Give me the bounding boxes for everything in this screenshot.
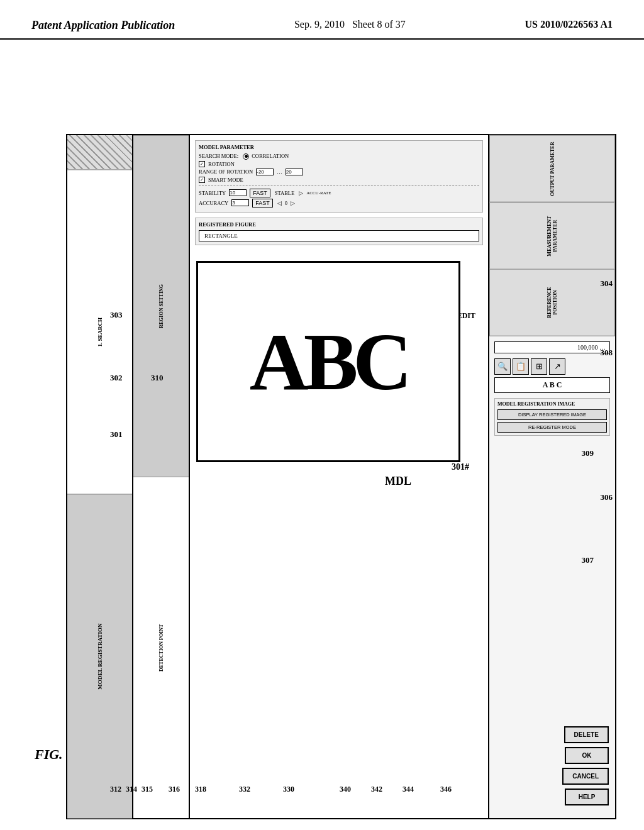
right-panel: OUTPUT PARAMETER MEASUREMENT PARAMETER R… bbox=[489, 135, 615, 818]
ref-302: 302 bbox=[110, 373, 123, 383]
publication-title: Patent Application Publication bbox=[31, 19, 175, 32]
page-header: Patent Application Publication Sep. 9, 2… bbox=[0, 0, 644, 40]
range-max-input[interactable] bbox=[286, 169, 303, 175]
ref-310: 310 bbox=[151, 373, 164, 383]
icon-buttons-row: 🔍 📋 ⊞ ↗ bbox=[494, 358, 610, 375]
ref-316: 316 bbox=[169, 785, 180, 794]
top-panel-tabs: OUTPUT PARAMETER MEASUREMENT PARAMETER R… bbox=[489, 135, 615, 336]
ref-346: 346 bbox=[440, 785, 452, 794]
output-param-tab[interactable]: OUTPUT PARAMETER bbox=[489, 135, 615, 202]
smart-mode-checkbox[interactable]: ✓ bbox=[199, 177, 205, 183]
range-row: RANGE OF ROTATION … bbox=[199, 169, 479, 175]
zoom-icon-btn[interactable]: 🔍 bbox=[494, 358, 511, 375]
registered-figure-section: REGISTERED FIGURE RECTANGLE bbox=[195, 218, 483, 245]
ref-312: 312 bbox=[110, 785, 121, 794]
stability-row: STABILITY FAST STABLE ▷ ACCU-RATE bbox=[199, 189, 479, 197]
main-dialog: 1. SEARCH MODEL REGISTRATION REGION SETT… bbox=[66, 134, 616, 819]
ref-304: 304 bbox=[601, 279, 613, 289]
stability-input[interactable] bbox=[229, 189, 247, 196]
accuracy-fast-btn[interactable]: FAST bbox=[252, 199, 273, 208]
working-panel: MODEL PARAMETER SEARCH MODE: CORRELATION… bbox=[190, 135, 489, 818]
accuracy-row: ACCURACY FAST ◁ 0 ▷ bbox=[199, 199, 479, 208]
registered-figure-label: REGISTERED FIGURE bbox=[199, 221, 479, 228]
ok-button[interactable]: OK bbox=[565, 747, 609, 764]
search-mode-value: CORRELATION bbox=[243, 153, 289, 160]
ref-315: 315 bbox=[142, 785, 153, 794]
ref-330: 330 bbox=[283, 785, 294, 794]
ref-309: 309 bbox=[582, 448, 594, 458]
sidebar-tab-search[interactable]: 1. SEARCH bbox=[67, 170, 132, 494]
ref-306: 306 bbox=[601, 492, 613, 502]
action-buttons: DELETE OK CANCEL HELP bbox=[562, 726, 609, 805]
help-button[interactable]: HELP bbox=[565, 788, 609, 805]
inner-tab-detection-point[interactable]: DETECTION POINT bbox=[133, 477, 189, 818]
rotation-row: ✓ ROTATION bbox=[199, 161, 479, 167]
display-registered-image-btn[interactable]: DISPLAY REGISTERED IMAGE bbox=[497, 409, 607, 420]
ref-307: 307 bbox=[582, 555, 594, 565]
reference-pos-tab[interactable]: REFERENCE POSITION bbox=[489, 269, 615, 336]
search-mode-row: SEARCH MODE: CORRELATION bbox=[199, 153, 479, 160]
publication-date: Sep. 9, 2010 Sheet 8 of 37 bbox=[294, 19, 406, 30]
model-reg-image-label: MODEL REGISTRATION IMAGE bbox=[497, 401, 607, 407]
ref-301: 301 bbox=[110, 429, 123, 440]
registered-figure-shape: RECTANGLE bbox=[199, 230, 479, 241]
ref-308: 308 bbox=[601, 348, 613, 358]
radio-correlation[interactable] bbox=[243, 153, 249, 160]
ref-318: 318 bbox=[195, 785, 206, 794]
numeric-value-display: 100,000 … bbox=[494, 341, 610, 353]
arrow-icon-btn[interactable]: ↗ bbox=[549, 358, 565, 375]
model-parameter-section: MODEL PARAMETER SEARCH MODE: CORRELATION… bbox=[195, 140, 483, 213]
sidebar-tab-model-reg[interactable]: MODEL REGISTRATION bbox=[67, 494, 132, 819]
abc-small-preview: A B C bbox=[494, 377, 610, 393]
re-register-mode-btn[interactable]: RE-REGISTER MODE bbox=[497, 422, 607, 433]
mdl-label: MDL bbox=[385, 475, 411, 488]
model-param-label: MODEL PARAMETER bbox=[199, 144, 479, 150]
abc-large-text: ABC bbox=[250, 314, 407, 409]
rotation-checkbox[interactable]: ✓ bbox=[199, 161, 205, 167]
ref-301hash: 301# bbox=[452, 462, 469, 472]
range-min-input[interactable] bbox=[256, 169, 274, 175]
inner-tabs: REGION SETTING DETECTION POINT bbox=[133, 135, 190, 818]
ref-332: 332 bbox=[239, 785, 250, 794]
inner-area: REGION SETTING DETECTION POINT MODEL PAR… bbox=[133, 135, 615, 818]
separator-1 bbox=[199, 185, 479, 186]
inner-tab-region-setting[interactable]: REGION SETTING bbox=[133, 135, 189, 477]
publication-number: US 2010/0226563 A1 bbox=[525, 19, 613, 30]
search-mode-label: SEARCH MODE: bbox=[199, 153, 238, 159]
smart-mode-row: ✓ SMART MODE bbox=[199, 177, 479, 183]
delete-button[interactable]: DELETE bbox=[564, 726, 609, 743]
left-sidebar: 1. SEARCH MODEL REGISTRATION bbox=[67, 135, 133, 818]
hatched-area bbox=[67, 135, 132, 170]
ref-340: 340 bbox=[340, 785, 351, 794]
accu-icon: ▷ bbox=[299, 190, 303, 196]
accuracy-input[interactable] bbox=[231, 199, 249, 206]
stability-fast-btn[interactable]: FAST bbox=[250, 189, 270, 197]
cancel-button[interactable]: CANCEL bbox=[562, 768, 609, 785]
grid-icon-btn[interactable]: ⊞ bbox=[531, 358, 547, 375]
ref-344: 344 bbox=[402, 785, 414, 794]
model-reg-image-section: MODEL REGISTRATION IMAGE DISPLAY REGISTE… bbox=[494, 398, 610, 436]
ref-303: 303 bbox=[110, 310, 123, 320]
copy-icon-btn[interactable]: 📋 bbox=[513, 358, 529, 375]
abc-large-preview: ABC bbox=[196, 261, 460, 462]
main-content: FIG. 8 300 1. SEARCH MODEL REGISTRATION … bbox=[0, 40, 644, 813]
measurement-param-tab[interactable]: MEASUREMENT PARAMETER bbox=[489, 202, 615, 270]
ref-342: 342 bbox=[371, 785, 382, 794]
ref-314: 314 bbox=[126, 785, 137, 794]
